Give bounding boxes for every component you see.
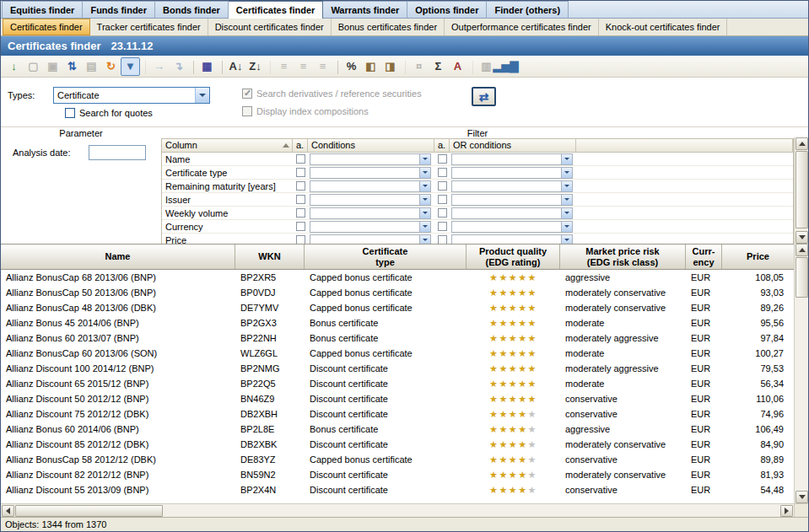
table-row-de7ymv[interactable]: Allianz BonusCap 48 2013/06 (DBK) DE7YMV…	[1, 300, 794, 315]
table-row-db2xbk[interactable]: Allianz Discount 85 2012/12 (DBK) DB2XBK…	[1, 437, 794, 452]
horizontal-scrollbar[interactable]	[1, 503, 794, 517]
filter-header-conditions[interactable]: Conditions	[308, 139, 434, 152]
subtab-bonus-certificates-finder[interactable]: Bonus certificates finder	[332, 19, 445, 35]
table-search-icon[interactable]: ▦	[197, 57, 217, 76]
column-header-certificate[interactable]: Certificate type	[305, 245, 467, 269]
filter-icon[interactable]: ▼	[121, 57, 140, 76]
table-row-bn46z9[interactable]: Allianz Discount 50 2012/12 (BNP) BN46Z9…	[1, 391, 794, 406]
sort-descending-icon[interactable]: Z↓	[245, 57, 265, 76]
sum-icon[interactable]: Σ	[429, 57, 448, 76]
filter-and-checkbox[interactable]	[296, 181, 305, 191]
column-header-curr[interactable]: Curr- ency	[686, 245, 722, 269]
table-row-bp2l8e[interactable]: Allianz Bonus 60 2014/06 (BNP) BP2L8E Bo…	[1, 422, 794, 437]
subtab-tracker-certificates-finder[interactable]: Tracker certificates finder	[90, 19, 208, 35]
table-row-bp22nh[interactable]: Allianz Bonus 60 2013/07 (BNP) BP22NH Bo…	[1, 330, 794, 346]
tab-certificates-finder[interactable]: Certificates finder	[229, 1, 324, 19]
currency-format-icon[interactable]: ¤	[409, 57, 429, 76]
filter-and-checkbox[interactable]	[296, 208, 305, 218]
filter-and-checkbox[interactable]	[296, 154, 305, 164]
load-data-icon[interactable]: ↓	[4, 57, 24, 76]
condition-dropdown[interactable]	[310, 180, 431, 192]
condition-dropdown[interactable]	[310, 194, 431, 206]
chart-icon[interactable]: ▂▅▇	[496, 57, 515, 76]
table-row-bp2xr5[interactable]: Allianz BonusCap 68 2013/06 (BNP) BP2XR5…	[1, 270, 794, 285]
or-condition-dropdown[interactable]	[451, 194, 573, 206]
scroll-left-button[interactable]	[2, 505, 14, 517]
analysis-date-input[interactable]	[89, 145, 146, 160]
or-condition-dropdown[interactable]	[451, 221, 573, 233]
tab-options-finder[interactable]: Options finder	[407, 1, 487, 18]
filter-and-checkbox[interactable]	[296, 195, 305, 204]
condition-dropdown[interactable]	[310, 153, 431, 165]
table-row-bp2x4n[interactable]: Allianz Discount 55 2013/09 (BNP) BP2X4N…	[1, 482, 794, 497]
filter-or-checkbox[interactable]	[438, 222, 447, 231]
chevron-down-icon[interactable]	[195, 88, 209, 103]
column-header-name[interactable]: Name	[1, 245, 235, 269]
table-row-wlz6gl[interactable]: Allianz BonusCap 60 2013/06 (SON) WLZ6GL…	[1, 346, 794, 361]
copy-icon[interactable]: ▢	[24, 57, 43, 76]
layout-icon[interactable]: ▤	[82, 57, 101, 76]
table-row-db2xbh[interactable]: Allianz Discount 75 2012/12 (DBK) DB2XBH…	[1, 406, 794, 422]
tab-funds-finder[interactable]: Funds finder	[83, 1, 155, 18]
table-row-de83yz[interactable]: Allianz BonusCap 58 2012/12 (DBK) DE83YZ…	[1, 452, 794, 467]
filter-header-and-2[interactable]: a.	[434, 139, 450, 152]
checkbox-box[interactable]	[65, 108, 75, 118]
filter-header-or-conditions[interactable]: OR conditions	[450, 139, 576, 152]
start-search-button[interactable]: ⇄	[472, 87, 496, 106]
table-row-bp22q5[interactable]: Allianz Discount 65 2015/12 (BNP) BP22Q5…	[1, 376, 794, 391]
filter-header-column[interactable]: Column	[162, 139, 293, 152]
condition-dropdown[interactable]	[310, 167, 431, 179]
filter-or-checkbox[interactable]	[438, 195, 447, 204]
column-header-wkn[interactable]: WKN	[235, 245, 305, 269]
results-scrollbar[interactable]	[794, 244, 808, 503]
or-condition-dropdown[interactable]	[451, 167, 573, 179]
subtab-discount-certificates-finder[interactable]: Discount certificates finder	[208, 19, 332, 35]
scroll-down-button[interactable]	[796, 491, 808, 503]
scroll-down-button[interactable]	[796, 231, 808, 244]
scrollbar-thumb[interactable]	[796, 257, 808, 298]
filter-or-checkbox[interactable]	[438, 154, 447, 164]
filter-scrollbar[interactable]	[794, 137, 808, 244]
filter-and-checkbox[interactable]	[296, 168, 305, 177]
filter-or-checkbox[interactable]	[438, 181, 447, 191]
transfer-icon[interactable]: ⇅	[62, 57, 82, 76]
or-condition-dropdown[interactable]	[451, 207, 573, 219]
sort-ascending-icon[interactable]: A↓	[226, 57, 245, 76]
remove-decimal-icon[interactable]: ◨	[380, 57, 400, 76]
table-row-bn59n2[interactable]: Allianz Discount 82 2012/12 (BNP) BN59N2…	[1, 467, 794, 482]
filter-or-checkbox[interactable]	[438, 168, 447, 177]
tab-warrants-finder[interactable]: Warrants finder	[323, 1, 407, 18]
scrollbar-thumb[interactable]	[15, 505, 163, 517]
subtab-knock-out-certificates-finder[interactable]: Knock-out certificates finder	[599, 19, 728, 35]
tab-equities-finder[interactable]: Equities finder	[2, 1, 83, 18]
align-left-icon[interactable]: ≡	[274, 57, 294, 76]
column-header-price[interactable]: Price	[722, 245, 794, 269]
refresh-icon[interactable]: ↻	[101, 57, 121, 76]
scroll-up-button[interactable]	[796, 244, 808, 256]
export-down-icon[interactable]: ↴	[169, 57, 188, 76]
filter-and-checkbox[interactable]	[296, 222, 305, 231]
table-row-bp2gx3[interactable]: Allianz Bonus 45 2014/06 (BNP) BP2GX3 Bo…	[1, 315, 794, 330]
export-right-icon[interactable]: →	[149, 57, 169, 76]
or-condition-dropdown[interactable]	[451, 180, 573, 192]
percent-format-icon[interactable]: %	[342, 57, 361, 76]
filter-header-and[interactable]: a.	[293, 139, 308, 152]
tab-bonds-finder[interactable]: Bonds finder	[155, 1, 229, 18]
add-decimal-icon[interactable]: ◧	[361, 57, 380, 76]
condition-dropdown[interactable]	[310, 207, 431, 219]
types-dropdown[interactable]: Certificate	[53, 87, 210, 104]
column-header-product-quality[interactable]: Product quality (EDG rating)	[467, 245, 560, 269]
scroll-up-button[interactable]	[796, 137, 808, 150]
scroll-right-button[interactable]	[780, 505, 793, 517]
filter-or-checkbox[interactable]	[438, 208, 447, 218]
search-for-quotes-checkbox[interactable]: Search for quotes	[65, 108, 153, 118]
font-icon[interactable]: A	[448, 57, 467, 76]
subtab-outperformance-certificates-finder[interactable]: Outperformance certificates finder	[445, 19, 599, 35]
tab-finder-others[interactable]: Finder (others)	[487, 1, 569, 18]
column-header-market-price-risk[interactable]: Market price risk (EDG risk class)	[560, 245, 686, 269]
or-condition-dropdown[interactable]	[451, 153, 573, 165]
duplicate-icon[interactable]: ▣	[43, 57, 62, 76]
align-right-icon[interactable]: ≡	[313, 57, 332, 76]
align-center-icon[interactable]: ≡	[294, 57, 313, 76]
scrollbar-thumb[interactable]	[796, 151, 808, 228]
